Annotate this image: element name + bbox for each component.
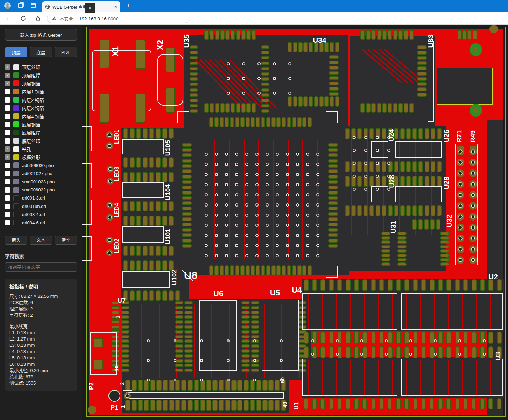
layer-checkbox[interactable]	[5, 212, 10, 217]
smt-pad	[184, 340, 193, 343]
via	[215, 153, 218, 156]
smt-pad	[271, 265, 276, 276]
layer-checkbox[interactable]	[5, 97, 10, 103]
window-icon[interactable]	[31, 3, 36, 8]
tab-stack-icon[interactable]	[18, 3, 23, 8]
layer-row[interactable]: 内层1 铜箔	[5, 88, 77, 96]
via	[235, 193, 238, 196]
layer-row[interactable]: ✓顶层铜箔	[5, 79, 77, 88]
layer-checkbox[interactable]: ✓	[5, 146, 10, 152]
smt-pad	[436, 219, 440, 230]
smt-pad	[121, 349, 129, 353]
info-line: L2: 1.27 mm	[9, 336, 72, 342]
layer-row[interactable]: 底层阻焊	[5, 128, 77, 136]
tool-button-清空[interactable]: 清空	[55, 236, 77, 245]
back-button[interactable]: ←	[5, 14, 12, 22]
silk-label: U35	[183, 34, 190, 48]
layer-row[interactable]: adt001027.pho	[5, 169, 77, 177]
smt-pad	[418, 128, 423, 139]
layer-checkbox[interactable]	[5, 195, 10, 201]
layer-checkbox[interactable]: ✓	[5, 64, 10, 70]
layer-checkbox[interactable]	[5, 163, 10, 168]
layer-row[interactable]: adb006030.pho	[5, 161, 77, 169]
layer-row[interactable]: drl004-6.drl	[5, 218, 77, 226]
layer-checkbox[interactable]: ✓	[5, 81, 10, 86]
search-input[interactable]	[5, 262, 77, 272]
tool-button-文本[interactable]: 文本	[30, 236, 52, 245]
th-pad	[469, 169, 477, 177]
url-bar[interactable]: 不安全 192.168.0.16:8000	[47, 14, 190, 23]
layer-checkbox[interactable]	[5, 89, 10, 94]
via	[286, 244, 289, 247]
tab-底层[interactable]: 底层	[30, 47, 52, 57]
browser-tab[interactable]: WEB Gerber 查看器 ×	[42, 1, 120, 12]
smt-pad	[497, 398, 501, 410]
smt-pad	[190, 109, 198, 113]
smt-pad	[111, 311, 120, 314]
smt-pad	[406, 161, 411, 172]
via	[245, 254, 248, 257]
via	[306, 214, 309, 217]
tab-PDF[interactable]: PDF	[55, 47, 77, 57]
layer-row[interactable]: 内层3 铜箔	[5, 104, 77, 112]
smt-pad	[241, 369, 250, 372]
smt-pad	[175, 400, 180, 411]
smt-pad	[156, 128, 161, 139]
smt-pad	[206, 400, 211, 411]
layer-row[interactable]: ✓顶层阻焊	[5, 71, 77, 79]
smt-pad	[366, 30, 371, 40]
smt-pad	[440, 245, 449, 248]
layer-row[interactable]: ✓板框外形	[5, 153, 77, 161]
via	[245, 193, 248, 196]
smt-pad	[136, 128, 141, 139]
layer-row[interactable]: smd001023.pho	[5, 177, 77, 186]
layer-checkbox[interactable]	[5, 171, 10, 176]
smt-pad	[190, 56, 198, 59]
smt-pad	[308, 265, 312, 276]
layer-checkbox[interactable]	[5, 220, 10, 225]
layer-checkbox[interactable]	[5, 105, 10, 111]
layer-checkbox[interactable]	[5, 179, 10, 184]
layer-row[interactable]: drl003-4.drl	[5, 210, 77, 218]
layer-checkbox[interactable]: ✓	[5, 73, 10, 78]
smt-pad	[268, 400, 274, 411]
tool-button-箭头[interactable]: 箭头	[5, 236, 27, 245]
layer-row[interactable]: 底层铜箔	[5, 120, 77, 128]
security-warning: 不安全	[59, 15, 73, 22]
smt-pad	[417, 66, 427, 70]
layer-checkbox[interactable]	[5, 204, 10, 209]
smt-pad	[261, 104, 269, 107]
layer-checkbox[interactable]	[5, 114, 10, 119]
layer-checkbox[interactable]	[5, 187, 10, 192]
layer-checkbox[interactable]	[5, 122, 10, 127]
silk-label: U105	[164, 140, 171, 156]
layer-row[interactable]: 底层丝印	[5, 137, 77, 145]
smt-pad	[251, 369, 259, 372]
smt-pad	[354, 398, 359, 410]
home-button[interactable]	[34, 14, 42, 22]
tab-close-button[interactable]: ×	[114, 4, 117, 9]
tab-顶层[interactable]: 顶层	[5, 47, 27, 57]
layer-row[interactable]: ✓顶层丝印	[5, 63, 77, 71]
refresh-button[interactable]	[19, 14, 27, 22]
layer-row[interactable]: ✓钻孔	[5, 145, 77, 153]
smt-pad	[246, 117, 250, 127]
layer-row[interactable]: drl001-3.drl	[5, 194, 77, 202]
layer-row[interactable]: 内层4 铜箔	[5, 112, 77, 120]
profile-avatar[interactable]	[4, 2, 11, 9]
via	[245, 214, 248, 217]
layer-row[interactable]: 内层2 铜箔	[5, 96, 77, 104]
layer-row[interactable]: smd006022.pho	[5, 186, 77, 194]
new-tab-button[interactable]: +	[124, 1, 133, 10]
smt-pad	[246, 265, 250, 276]
smt-pad	[446, 346, 451, 358]
viewer-close-button[interactable]: ×	[85, 3, 95, 13]
load-gerber-button[interactable]: 载入 zip 格式 Gerber	[5, 29, 77, 41]
layer-checkbox[interactable]: ✓	[5, 154, 10, 160]
smt-pad	[181, 380, 186, 391]
layer-checkbox[interactable]	[5, 138, 10, 144]
smt-pad	[184, 369, 193, 372]
silk-line	[177, 111, 189, 112]
layer-row[interactable]: drl001un.drl	[5, 202, 77, 210]
layer-checkbox[interactable]	[5, 130, 10, 135]
